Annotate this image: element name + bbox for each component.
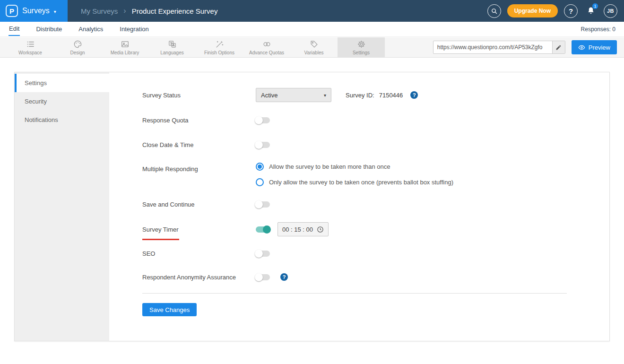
survey-id-group: Survey ID: 7150446 (346, 92, 403, 99)
seo-toggle[interactable] (256, 251, 270, 257)
edit-toolbar: Workspace Design Media Library (0, 37, 624, 58)
survey-timer-row: Survey Timer 00 : 15 : 00 (142, 222, 609, 236)
questionpro-logo-icon: P (6, 5, 18, 17)
response-quota-row: Response Quota (142, 113, 609, 127)
question-mark-icon: ? (569, 7, 573, 15)
survey-id-label: Survey ID: (346, 92, 374, 99)
settings-card: Settings Security Notifications Survey S… (14, 72, 610, 341)
toolbar-label: Advance Quotas (249, 50, 284, 55)
survey-id-value: 7150446 (379, 92, 403, 99)
radio-option-label: Only allow the survey to be taken once (… (269, 179, 453, 186)
toolbar-label: Languages (160, 50, 184, 55)
breadcrumb-survey-title: Product Experience Survey (132, 7, 218, 15)
survey-status-row: Survey Status Active ▾ Survey ID: 715044… (142, 88, 609, 102)
response-quota-label: Response Quota (142, 117, 256, 124)
chevron-down-icon: ▾ (54, 9, 56, 14)
radio-selected-icon[interactable] (256, 163, 264, 171)
notifications-button[interactable]: 1 (584, 4, 598, 18)
user-avatar[interactable]: JB (604, 4, 617, 18)
save-and-continue-row: Save and Continue (142, 198, 609, 211)
toolbar-label: Variables (304, 50, 324, 55)
preview-label: Preview (589, 44, 610, 51)
tab-distribute[interactable]: Distribute (35, 23, 62, 35)
save-changes-button[interactable]: Save Changes (142, 303, 197, 316)
preview-button[interactable]: Preview (572, 40, 617, 54)
anonymity-help-icon[interactable]: ? (280, 273, 288, 281)
close-date-toggle[interactable] (256, 142, 270, 148)
edit-url-button[interactable] (552, 41, 565, 53)
survey-url-box (433, 41, 565, 54)
toolbar-label: Finish Options (204, 50, 234, 55)
tag-icon (310, 40, 319, 49)
survey-timer-value: 00 : 15 : 00 (282, 226, 313, 233)
multiple-responding-options: Allow the survey to be taken more than o… (256, 163, 453, 186)
toolbar-label: Design (70, 50, 85, 55)
sidebar-item-security[interactable]: Security (15, 92, 109, 111)
upgrade-now-button[interactable]: Upgrade Now (507, 4, 558, 17)
form-divider (142, 293, 567, 294)
survey-status-label: Survey Status (142, 92, 256, 99)
toolbar-right: Preview (433, 37, 624, 57)
survey-timer-toggle[interactable] (256, 226, 270, 233)
clock-icon (317, 226, 324, 233)
links-icon (262, 40, 271, 49)
palette-icon (73, 40, 82, 49)
respondent-anonymity-row: Respondent Anonymity Assurance ? (142, 270, 609, 284)
tab-integration[interactable]: Integration (119, 23, 149, 35)
header-actions: Upgrade Now ? 1 JB (487, 4, 624, 18)
survey-timer-value-box[interactable]: 00 : 15 : 00 (277, 222, 329, 236)
survey-timer-label-text: Survey Timer (142, 226, 179, 233)
save-and-continue-toggle[interactable] (256, 201, 270, 208)
surveys-app-switcher[interactable]: P Surveys ▾ (0, 0, 68, 22)
toolbar-label: Settings (353, 50, 370, 55)
close-date-row: Close Date & Time (142, 138, 609, 151)
toolbar-item-finish-options[interactable]: Finish Options (196, 37, 243, 57)
workspace-list-icon (26, 40, 35, 49)
respondent-anonymity-toggle[interactable] (256, 274, 270, 280)
toolbar-item-languages[interactable]: Languages (148, 37, 196, 57)
toolbar-item-variables[interactable]: Variables (290, 37, 338, 57)
toolbar-label: Media Library (111, 50, 139, 55)
survey-status-select[interactable]: Active ▾ (256, 88, 331, 102)
settings-form: Survey Status Active ▾ Survey ID: 715044… (109, 72, 609, 341)
survey-id-help-icon[interactable]: ? (410, 91, 418, 99)
red-annotation-underline (142, 239, 179, 240)
response-quota-toggle[interactable] (256, 117, 270, 123)
radio-option-once-only[interactable]: Only allow the survey to be taken once (… (256, 178, 453, 186)
toolbar-item-settings[interactable]: Settings (338, 37, 385, 57)
close-date-label: Close Date & Time (142, 141, 256, 148)
radio-unselected-icon[interactable] (256, 178, 264, 186)
translate-icon (168, 40, 177, 49)
sidebar-item-label: Security (25, 98, 47, 105)
survey-url-input[interactable] (433, 44, 552, 51)
save-and-continue-label: Save and Continue (142, 201, 256, 208)
seo-label: SEO (142, 250, 256, 257)
toolbar-item-design[interactable]: Design (54, 37, 101, 57)
sidebar-item-label: Notifications (25, 116, 58, 123)
search-button[interactable] (487, 4, 501, 18)
chevron-down-icon: ▾ (324, 93, 326, 98)
sidebar-item-settings[interactable]: Settings (15, 74, 109, 92)
notification-badge: 1 (592, 3, 598, 9)
toolbar-item-media-library[interactable]: Media Library (101, 37, 148, 57)
search-icon (491, 8, 498, 15)
breadcrumb-separator-icon: › (123, 7, 126, 15)
main-tabs: Edit Distribute Analytics Integration Re… (0, 22, 624, 37)
pencil-icon (555, 44, 562, 51)
help-button[interactable]: ? (564, 4, 578, 18)
sidebar-item-notifications[interactable]: Notifications (15, 111, 109, 129)
toolbar-item-advance-quotas[interactable]: Advance Quotas (243, 37, 290, 57)
top-header: P Surveys ▾ My Surveys › Product Experie… (0, 0, 624, 22)
wand-icon (215, 40, 224, 49)
toolbar-item-workspace[interactable]: Workspace (7, 37, 54, 57)
tab-edit[interactable]: Edit (9, 22, 20, 36)
survey-timer-label: Survey Timer (142, 226, 256, 233)
breadcrumb-my-surveys[interactable]: My Surveys (81, 7, 118, 15)
tab-analytics[interactable]: Analytics (78, 23, 104, 35)
respondent-anonymity-label: Respondent Anonymity Assurance (142, 274, 256, 281)
survey-status-value: Active (261, 92, 277, 99)
settings-sidebar: Settings Security Notifications (15, 72, 109, 341)
app-name: Surveys (22, 7, 50, 15)
radio-option-multiple-allowed[interactable]: Allow the survey to be taken more than o… (256, 163, 453, 171)
radio-option-label: Allow the survey to be taken more than o… (269, 163, 390, 170)
